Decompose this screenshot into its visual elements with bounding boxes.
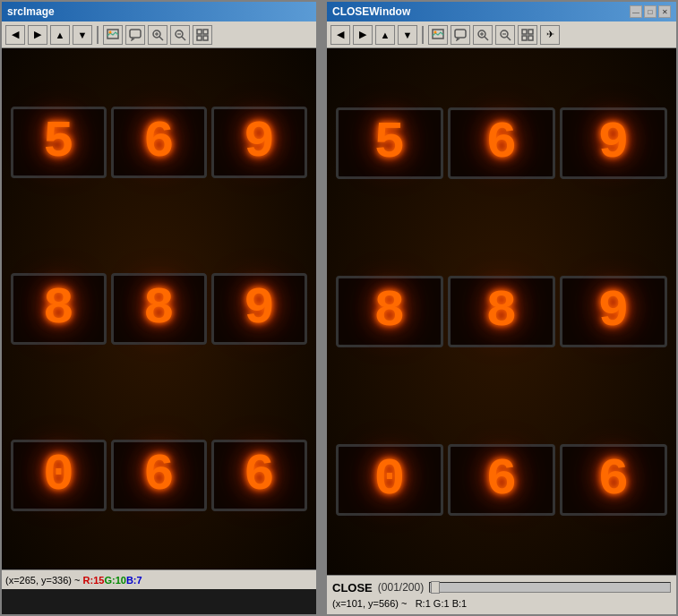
digit-char-left-r1-2: 6 <box>143 116 175 168</box>
seg-display-right: 5 6 9 8 8 <box>327 48 676 575</box>
svg-rect-26 <box>522 36 527 40</box>
digit-0-right: 0 <box>336 444 443 516</box>
digit-char-right-r3-1: 0 <box>374 454 406 506</box>
toolbar-right: ◀ ▶ ▲ ▼ ✈ <box>327 21 676 48</box>
image-area-left: 5 6 9 8 8 <box>2 48 316 569</box>
b-val-left: 7 <box>137 575 142 586</box>
svg-line-18 <box>485 37 488 40</box>
maximize-btn[interactable]: □ <box>644 5 657 18</box>
toolbar-image-btn-right[interactable] <box>428 25 448 45</box>
black-bar-left <box>2 589 316 614</box>
minimize-btn[interactable]: — <box>630 5 642 18</box>
digit-9b-left: 9 <box>211 273 307 345</box>
desktop: srcImage ◀ ▶ ▲ ▼ <box>0 0 678 616</box>
g-val-right: 1 <box>443 598 449 609</box>
b-label-left: B: <box>126 575 137 586</box>
svg-rect-24 <box>522 30 527 34</box>
toolbar-down-btn-left[interactable]: ▼ <box>73 25 92 45</box>
digit-row-2-right: 8 8 9 <box>336 276 667 347</box>
svg-rect-13 <box>203 36 208 40</box>
digit-row-1-left: 5 6 9 <box>11 107 307 178</box>
separator-right-1 <box>422 26 424 44</box>
toolbar-back-btn-left[interactable]: ◀ <box>5 25 25 45</box>
digit-6-left: 6 <box>111 107 207 178</box>
toolbar-comment-btn-left[interactable] <box>125 25 145 45</box>
g-label-left: G: <box>104 575 115 586</box>
svg-point-1 <box>109 30 112 33</box>
digit-char-left-r1-1: 5 <box>43 116 74 168</box>
digit-8b-right: 8 <box>448 276 555 347</box>
digit-5-right: 5 <box>336 107 443 179</box>
digit-char-right-r1-3: 9 <box>598 117 630 169</box>
digit-6a-right: 6 <box>448 444 555 516</box>
digit-6a-left: 6 <box>111 440 207 511</box>
toolbar-zoom-out-btn-left[interactable] <box>170 25 190 45</box>
digit-8a-right: 8 <box>336 276 443 347</box>
digit-9-left: 9 <box>211 107 307 178</box>
digit-char-right-r1-1: 5 <box>374 117 406 169</box>
digit-6b-right: 6 <box>560 444 667 516</box>
digit-char-right-r3-3: 6 <box>598 454 630 506</box>
svg-line-4 <box>159 37 163 40</box>
close-row: CLOSE (001/200) <box>332 578 671 597</box>
g-label-right: G: <box>433 598 444 609</box>
b-val-right: 1 <box>461 598 467 609</box>
digit-char-left-r2-2: 8 <box>143 283 175 335</box>
digit-row-1-right: 5 6 9 <box>336 107 667 179</box>
frame-info: (001/200) <box>378 581 424 594</box>
g-val-left: 10 <box>116 575 126 586</box>
close-label: CLOSE <box>332 581 373 595</box>
digit-char-right-r2-3: 9 <box>598 286 630 338</box>
title-bar-left: srcImage <box>2 2 316 21</box>
coord-left: (x=265, y=336) ~ <box>5 575 80 586</box>
status-bar-left: (x=265, y=336) ~ R:15 G:10 B:7 <box>2 569 316 589</box>
toolbar-left: ◀ ▶ ▲ ▼ <box>2 21 316 48</box>
b-label-right: B: <box>452 598 461 609</box>
toolbar-fit-btn-right[interactable] <box>518 25 537 45</box>
toolbar-forward-btn-right[interactable]: ▶ <box>353 25 373 45</box>
svg-rect-16 <box>455 30 466 38</box>
digit-8a-left: 8 <box>11 273 107 345</box>
digit-char-right-r1-2: 6 <box>486 117 518 169</box>
digit-char-left-r3-2: 6 <box>143 449 175 501</box>
title-bar-btns-right: — □ ✕ <box>630 5 671 18</box>
svg-point-15 <box>434 30 437 33</box>
svg-rect-11 <box>203 30 208 34</box>
digit-row-3-left: 0 6 6 <box>11 440 307 511</box>
toolbar-up-btn-right[interactable]: ▲ <box>375 25 395 45</box>
digit-char-left-r3-1: 0 <box>43 449 74 501</box>
digit-char-left-r3-3: 6 <box>244 449 275 501</box>
svg-line-22 <box>507 37 511 40</box>
separator-left-1 <box>97 26 99 44</box>
window-src-image: srcImage ◀ ▶ ▲ ▼ <box>0 0 318 616</box>
image-area-right: 5 6 9 8 8 <box>327 48 676 575</box>
toolbar-zoom-in-btn-left[interactable] <box>148 25 167 45</box>
title-right: CLOSEWindow <box>332 5 410 18</box>
digit-9-right: 9 <box>560 107 667 179</box>
svg-rect-25 <box>528 30 533 34</box>
toolbar-image-btn-left[interactable] <box>103 25 123 45</box>
digit-row-2-left: 8 8 9 <box>11 273 307 345</box>
toolbar-zoom-out-btn-right[interactable] <box>495 25 515 45</box>
toolbar-forward-btn-left[interactable]: ▶ <box>28 25 47 45</box>
toolbar-comment-btn-right[interactable] <box>451 25 470 45</box>
svg-rect-27 <box>528 36 533 40</box>
bottom-bar-right: CLOSE (001/200) (x=101, y=566) ~ R:1 G:1… <box>327 575 676 614</box>
progress-slider[interactable] <box>429 582 671 593</box>
seg-display-left: 5 6 9 8 8 <box>2 48 316 569</box>
title-bar-right: CLOSEWindow — □ ✕ <box>327 2 676 21</box>
digit-char-left-r2-3: 9 <box>244 283 275 335</box>
coord-right: (x=101, y=566) ~ <box>332 598 407 609</box>
r-val-right: 1 <box>425 598 431 609</box>
svg-line-8 <box>182 37 185 40</box>
toolbar-back-btn-right[interactable]: ◀ <box>330 25 350 45</box>
svg-rect-2 <box>130 30 141 38</box>
toolbar-fit-btn-left[interactable] <box>193 25 212 45</box>
close-window-btn[interactable]: ✕ <box>658 5 671 18</box>
toolbar-up-btn-left[interactable]: ▲ <box>50 25 70 45</box>
digit-9b-right: 9 <box>560 276 667 347</box>
svg-rect-12 <box>197 36 202 40</box>
toolbar-down-btn-right[interactable]: ▼ <box>398 25 417 45</box>
toolbar-zoom-in-btn-right[interactable] <box>473 25 493 45</box>
toolbar-nav-btn-right[interactable]: ✈ <box>540 25 560 45</box>
